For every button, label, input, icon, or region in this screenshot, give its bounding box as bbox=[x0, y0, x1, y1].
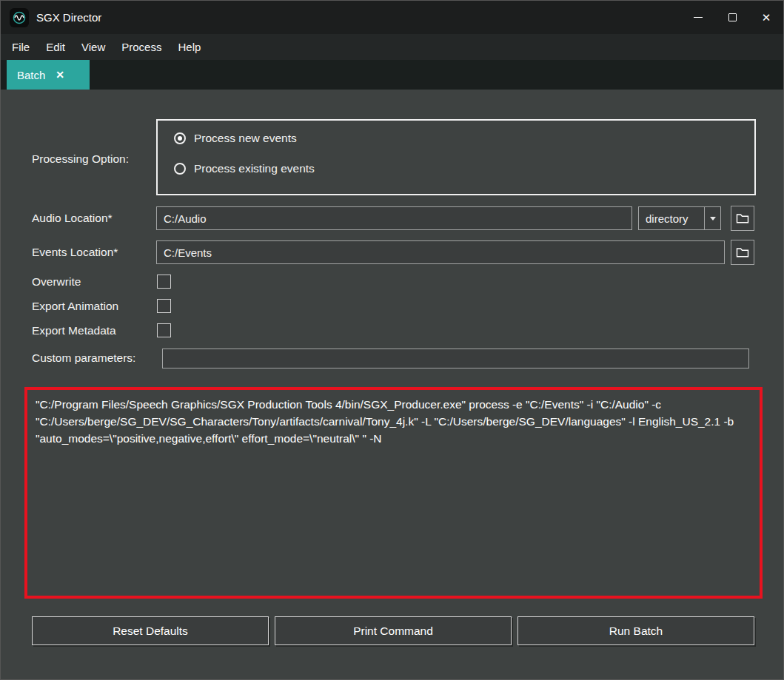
radio-button-icon bbox=[174, 163, 186, 175]
dropdown-selected-value: directory bbox=[639, 212, 704, 225]
folder-icon bbox=[736, 246, 749, 258]
print-command-button[interactable]: Print Command bbox=[275, 616, 512, 645]
radio-existing-events-label: Process existing events bbox=[194, 162, 315, 175]
processing-option-group: Process new events Process existing even… bbox=[156, 119, 756, 195]
menu-help[interactable]: Help bbox=[170, 34, 209, 60]
app-logo-icon bbox=[10, 8, 29, 27]
processing-option-label: Processing Option: bbox=[32, 152, 129, 166]
radio-button-icon bbox=[174, 132, 186, 144]
sgx-director-window: { "window": { "title": "SGX Director" },… bbox=[0, 0, 784, 680]
minimize-button[interactable] bbox=[681, 1, 715, 34]
minimize-icon bbox=[694, 17, 703, 18]
events-location-input[interactable] bbox=[156, 240, 725, 264]
tab-strip: Batch ✕ bbox=[1, 60, 783, 90]
reset-defaults-button[interactable]: Reset Defaults bbox=[32, 616, 269, 645]
run-batch-button[interactable]: Run Batch bbox=[517, 616, 754, 645]
tab-batch[interactable]: Batch ✕ bbox=[7, 60, 90, 90]
chevron-down-icon bbox=[710, 217, 716, 221]
radio-new-events-label: Process new events bbox=[194, 132, 297, 145]
menu-bar: File Edit View Process Help bbox=[1, 34, 783, 60]
title-bar: SGX Director ✕ bbox=[1, 1, 783, 34]
radio-process-new-events[interactable]: Process new events bbox=[174, 132, 297, 145]
audio-location-browse-button[interactable] bbox=[731, 206, 754, 231]
action-button-row: Reset Defaults Print Command Run Batch bbox=[32, 616, 754, 645]
menu-edit[interactable]: Edit bbox=[38, 34, 73, 60]
menu-file[interactable]: File bbox=[4, 34, 38, 60]
menu-process[interactable]: Process bbox=[113, 34, 170, 60]
audio-location-label: Audio Location* bbox=[32, 212, 113, 225]
folder-icon bbox=[736, 212, 749, 224]
command-preview-text: "C:/Program Files/Speech Graphics/SGX Pr… bbox=[36, 397, 751, 448]
maximize-button[interactable] bbox=[715, 1, 749, 34]
events-location-browse-button[interactable] bbox=[731, 240, 754, 265]
batch-panel: Processing Option: Process new events Pr… bbox=[1, 90, 783, 680]
tab-batch-label: Batch bbox=[17, 69, 45, 81]
overwrite-label: Overwrite bbox=[32, 275, 81, 289]
tab-close-icon[interactable]: ✕ bbox=[56, 70, 64, 80]
audio-location-input[interactable] bbox=[156, 206, 632, 230]
events-location-label: Events Location* bbox=[32, 246, 118, 259]
export-animation-checkbox[interactable] bbox=[157, 299, 171, 313]
export-animation-label: Export Animation bbox=[32, 300, 118, 313]
command-preview-box: "C:/Program Files/Speech Graphics/SGX Pr… bbox=[24, 387, 763, 599]
audio-location-type-dropdown[interactable]: directory bbox=[638, 206, 721, 230]
custom-parameters-label: Custom parameters: bbox=[32, 351, 135, 365]
export-metadata-label: Export Metadata bbox=[32, 324, 116, 337]
maximize-icon bbox=[728, 13, 737, 21]
close-button[interactable]: ✕ bbox=[749, 1, 783, 34]
close-icon: ✕ bbox=[762, 12, 771, 23]
dropdown-arrow-box bbox=[704, 207, 720, 229]
window-title: SGX Director bbox=[36, 11, 101, 24]
radio-process-existing-events[interactable]: Process existing events bbox=[174, 162, 315, 175]
custom-parameters-input[interactable] bbox=[162, 349, 749, 368]
window-controls: ✕ bbox=[681, 1, 783, 34]
menu-view[interactable]: View bbox=[73, 34, 113, 60]
export-metadata-checkbox[interactable] bbox=[157, 323, 171, 337]
overwrite-checkbox[interactable] bbox=[157, 275, 171, 289]
